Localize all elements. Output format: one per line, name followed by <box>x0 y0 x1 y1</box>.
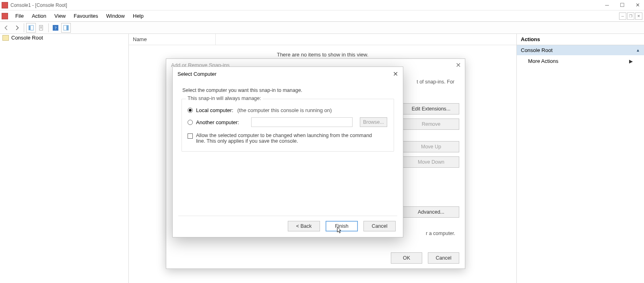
back-wizard-button[interactable]: < Back <box>288 221 320 231</box>
select-computer-title: Select Computer <box>173 67 403 81</box>
folder-icon <box>2 35 9 41</box>
collapse-caret-icon: ▲ <box>636 48 640 52</box>
svg-rect-0 <box>29 25 30 30</box>
show-hide-tree-button[interactable] <box>26 23 36 33</box>
allow-change-checkbox[interactable] <box>188 133 193 139</box>
column-name-header[interactable]: Name <box>129 34 216 45</box>
titlebar: Console1 - [Console Root] ─ ☐ ✕ <box>0 0 644 10</box>
svg-rect-6 <box>66 25 68 30</box>
window-title: Console1 - [Console Root] <box>10 2 602 8</box>
tree-pane: Console Root <box>0 34 129 283</box>
minimize-button[interactable]: ─ <box>602 2 612 8</box>
allow-change-label: Allow the selected computer to be change… <box>196 133 381 144</box>
mdi-minimize-button[interactable]: ─ <box>619 12 626 20</box>
actions-more-label: More Actions <box>528 58 558 64</box>
menu-favourites[interactable]: Favourites <box>70 11 102 21</box>
show-hide-actions-button[interactable] <box>61 23 71 33</box>
list-header: Name <box>129 34 516 45</box>
select-computer-close-button[interactable]: ✕ <box>393 70 398 78</box>
menubar: File Action View Favourites Window Help … <box>0 10 644 22</box>
actions-more-actions[interactable]: More Actions ▶ <box>517 55 644 67</box>
add-remove-close-button[interactable]: ✕ <box>456 61 461 69</box>
radio-another-label: Another computer: <box>196 119 239 125</box>
remove-button[interactable]: Remove <box>403 119 459 130</box>
maximize-button[interactable]: ☐ <box>617 2 627 8</box>
radio-another-computer[interactable] <box>188 120 193 125</box>
actions-pane: Actions Console Root ▲ More Actions ▶ <box>517 34 644 283</box>
select-computer-lead: Select the computer you want this snap-i… <box>182 87 394 93</box>
actions-group-header[interactable]: Console Root ▲ <box>517 45 644 55</box>
mdi-app-icon <box>2 13 8 19</box>
manage-target-group-title: This snap-in will always manage: <box>186 96 263 101</box>
radio-local-label: Local computer: <box>196 107 233 113</box>
description-tail-fragment: r a computer. <box>426 231 455 236</box>
another-computer-input[interactable] <box>251 117 353 127</box>
menu-action[interactable]: Action <box>28 11 50 21</box>
radio-local-computer[interactable] <box>188 108 193 113</box>
export-list-button[interactable] <box>37 23 46 33</box>
actions-group-label: Console Root <box>521 47 553 53</box>
add-remove-cancel-button[interactable]: Cancel <box>428 252 459 264</box>
menu-file[interactable]: File <box>11 11 28 21</box>
chevron-right-icon: ▶ <box>629 58 633 64</box>
move-down-button[interactable]: Move Down <box>403 156 459 168</box>
tree-root-label: Console Root <box>11 35 43 41</box>
mdi-restore-button[interactable]: ❐ <box>627 12 634 20</box>
svg-rect-1 <box>31 25 33 30</box>
toolbar: ? <box>0 22 644 34</box>
app-icon <box>2 2 8 8</box>
close-button[interactable]: ✕ <box>633 2 642 8</box>
svg-rect-2 <box>39 25 43 30</box>
svg-text:?: ? <box>55 25 57 30</box>
menu-help[interactable]: Help <box>129 11 148 21</box>
dialog-separator <box>178 216 397 216</box>
browse-button[interactable]: Browse... <box>360 117 387 127</box>
add-remove-description-fragment: t of snap-ins. For <box>417 79 454 85</box>
tree-root-item[interactable]: Console Root <box>0 34 128 42</box>
menu-view[interactable]: View <box>50 11 70 21</box>
select-computer-dialog: Select Computer ✕ Select the computer yo… <box>172 67 403 237</box>
manage-target-group: This snap-in will always manage: Local c… <box>182 99 394 152</box>
cancel-wizard-button[interactable]: Cancel <box>363 221 396 231</box>
back-button[interactable] <box>2 23 11 33</box>
radio-local-detail: (the computer this console is running on… <box>237 107 332 113</box>
advanced-button[interactable]: Advanced... <box>403 206 459 218</box>
finish-button[interactable]: Finish <box>326 221 358 231</box>
actions-title: Actions <box>517 34 644 45</box>
forward-button[interactable] <box>12 23 22 33</box>
menu-window[interactable]: Window <box>102 11 129 21</box>
edit-extensions-button[interactable]: Edit Extensions... <box>403 103 459 114</box>
mdi-close-button[interactable]: ✕ <box>635 12 642 20</box>
help-button[interactable]: ? <box>51 23 60 33</box>
add-remove-ok-button[interactable]: OK <box>391 252 422 264</box>
move-up-button[interactable]: Move Up <box>403 141 459 152</box>
